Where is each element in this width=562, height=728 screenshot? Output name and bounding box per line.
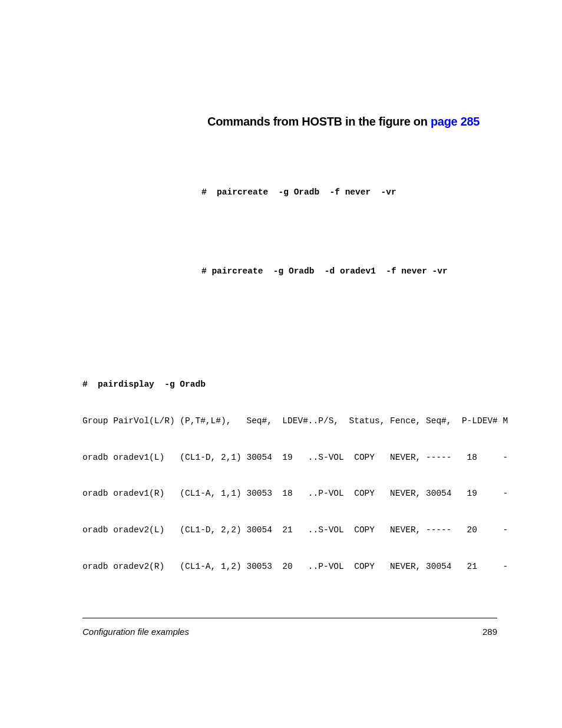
page-number: 289 [482, 627, 497, 637]
spacer [82, 197, 497, 266]
table-row: oradb oradev2(L) (CL1-D, 2,2) 30054 21 .… [82, 524, 497, 536]
pairdisplay-columns: Group PairVol(L/R) (P,T#,L#), Seq#, LDEV… [82, 415, 497, 427]
pairdisplay-output: # pairdisplay -g Oradb Group PairVol(L/R… [82, 354, 497, 597]
page-footer: Configuration file examples 289 [82, 618, 497, 637]
footer-divider [82, 618, 497, 618]
command-1: # paircreate -g Oradb -f never -vr [201, 187, 497, 197]
table-row: oradb oradev1(L) (CL1-D, 2,1) 30054 19 .… [82, 452, 497, 464]
table-row: oradb oradev2(R) (CL1-A, 1,2) 30053 20 .… [82, 561, 497, 573]
document-page: Commands from HOSTB in the figure on pag… [0, 0, 562, 728]
footer-title: Configuration file examples [82, 627, 189, 637]
command-block-2: # paircreate -g Oradb -d oradev1 -f neve… [201, 266, 497, 276]
pairdisplay-header: # pairdisplay -g Oradb [82, 378, 497, 391]
page-link[interactable]: page 285 [431, 115, 480, 128]
table-row: oradb oradev1(R) (CL1-A, 1,1) 30053 18 .… [82, 487, 497, 500]
spacer [82, 276, 497, 354]
heading-prefix: Commands from HOSTB in the figure on [207, 115, 431, 128]
command-2: # paircreate -g Oradb -d oradev1 -f neve… [201, 266, 497, 276]
command-block-1: # paircreate -g Oradb -f never -vr [201, 187, 497, 197]
footer-row: Configuration file examples 289 [82, 627, 497, 637]
section-heading: Commands from HOSTB in the figure on pag… [207, 115, 497, 129]
